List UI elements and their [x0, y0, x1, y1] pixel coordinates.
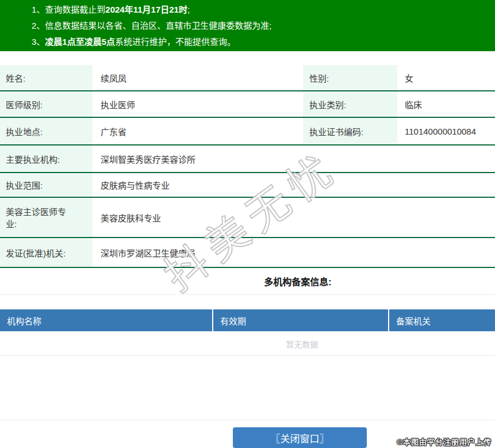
notice-text-bold: 凌晨1点至凌晨5点 [45, 37, 115, 47]
notice-banner: 1、查询数据截止到2024年11月17日21时; 2、信息数据结果以各省、自治区… [0, 0, 495, 51]
field-value-gender: 女 [397, 72, 495, 84]
field-value-location: 广东省 [93, 125, 303, 137]
filing-section-title: 多机构备案信息: [101, 274, 495, 288]
notice-line-1: 1、查询数据截止到2024年11月17日21时; [32, 2, 495, 18]
column-header-filing-authority: 备案机关 [389, 309, 495, 331]
field-value-name: 续凤凤 [93, 72, 303, 84]
table-row-issuing-authority: 发证(批准)机关: 深圳市罗湖区卫生健康局 [0, 238, 495, 268]
column-header-validity-period: 有效期 [213, 309, 389, 331]
field-label-gender: 性别: [303, 65, 397, 90]
field-value-cosmetic-specialty: 美容皮肤科专业 [93, 212, 495, 224]
divider [0, 420, 495, 420]
close-window-button[interactable]: 〖关闭窗口〗 [233, 427, 367, 448]
field-value-main-institution: 深圳智美秀医疗美容诊所 [93, 153, 495, 165]
notice-text: 系统进行维护，不能提供查询。 [115, 37, 236, 47]
field-value-issuing-authority: 深圳市罗湖区卫生健康局 [93, 247, 495, 259]
notice-line-2: 2、信息数据结果以各省、自治区、直辖市卫生健康委数据为准; [32, 18, 495, 34]
column-header-institution-name: 机构名称 [0, 309, 213, 331]
table-row-main-institution: 主要执业机构: 深圳智美秀医疗美容诊所 [0, 145, 495, 173]
field-label-category: 执业类别: [303, 91, 397, 117]
field-label-level: 医师级别: [0, 91, 93, 117]
practitioner-info-table: 姓名: 续凤凤 性别: 女 医师级别: 执业医师 执业类别: 临床 执业地点: … [0, 65, 495, 268]
table-row-name-gender: 姓名: 续凤凤 性别: 女 [0, 65, 495, 91]
field-label-practice-scope: 执业范围: [0, 173, 93, 197]
field-value-level: 执业医师 [93, 98, 303, 110]
table-row-level-category: 医师级别: 执业医师 执业类别: 临床 [0, 91, 495, 118]
notice-text: 3、 [32, 37, 45, 47]
field-label-issuing-authority: 发证(批准)机关: [0, 238, 93, 267]
field-label-cosmetic-specialty: 美容主诊医师专业: [0, 198, 93, 237]
upload-credit-watermark: ©本图由平台注册用户上传 [397, 436, 492, 447]
notice-text-bold: 2024年11月17日21时 [105, 5, 187, 14]
table-row-practice-scope: 执业范围: 皮肤病与性病专业 [0, 173, 495, 198]
notice-text: 1、查询数据截止到 [32, 5, 105, 14]
field-label-location: 执业地点: [0, 118, 93, 144]
field-value-category: 临床 [397, 98, 495, 110]
table-row-location-certno: 执业地点: 广东省 执业证书编码: 110140000010084 [0, 118, 495, 145]
divider [0, 355, 495, 356]
notice-line-3: 3、凌晨1点至凌晨5点系统进行维护，不能提供查询。 [32, 34, 495, 50]
notice-text: 2、信息数据结果以各省、自治区、直辖市卫生健康委数据为准; [32, 21, 272, 30]
field-value-practice-scope: 皮肤病与性病专业 [93, 179, 495, 191]
notice-text: ; [187, 5, 190, 14]
field-value-cert-number: 110140000010084 [397, 127, 495, 136]
empty-data-placeholder: 暂无数据 [109, 338, 495, 350]
table-row-cosmetic-specialty: 美容主诊医师专业: 美容皮肤科专业 [0, 198, 495, 238]
field-label-main-institution: 主要执业机构: [0, 145, 93, 172]
field-label-name: 姓名: [0, 65, 93, 90]
field-label-cert-number: 执业证书编码: [303, 118, 397, 144]
divider [0, 294, 495, 295]
filing-table-header: 机构名称 有效期 备案机关 [0, 309, 495, 331]
